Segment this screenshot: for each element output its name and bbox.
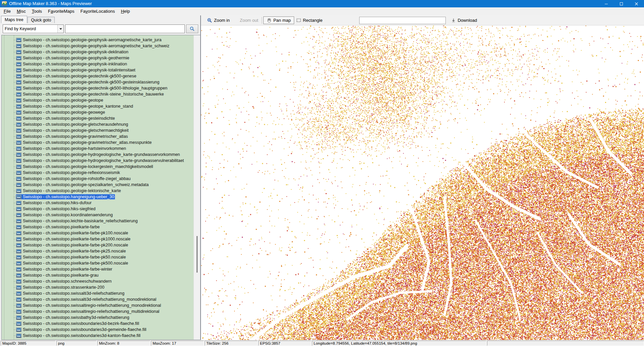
tree-item[interactable]: Swisstopo - ch.swisstopo.geologie-gravim… [2,133,194,139]
tree-item-label: Swisstopo - ch.swisstopo.koordinatenaend… [23,213,113,217]
tree-item[interactable]: Swisstopo - ch.swisstopo.geologie-geophy… [2,37,194,43]
tree-item-label: Swisstopo - ch.swisstopo.geologie-hydrog… [23,158,184,163]
tree-item[interactable]: Swisstopo - ch.swisstopo.geologie-hydrog… [2,158,194,164]
tree-item[interactable]: Swisstopo - ch.swisstopo.schneeschuhwand… [2,278,194,284]
tree-item[interactable]: Swisstopo - ch.swisstopo.hiks-dufour [2,200,194,206]
tree-item-label: Swisstopo - ch.swisstopo.geologie-geotop… [23,104,133,109]
tree-item-label: Swisstopo - ch.swisstopo.pixelkarte-farb… [23,261,128,266]
tree-item[interactable]: Swisstopo - ch.swisstopo.geologie-geophy… [2,49,194,55]
tree-item[interactable]: Swisstopo - ch.swisstopo.geologie-geotec… [2,85,194,91]
map-layer-icon [16,128,21,133]
tree-item[interactable]: Swisstopo - ch.swisstopo.pixelkarte-farb… [2,254,194,260]
tree-item[interactable]: Swisstopo - ch.swisstopo.hangneigung-ueb… [2,194,194,200]
map-layer-icon [16,92,21,97]
tree-item[interactable]: Swisstopo - ch.swisstopo.geologie-locker… [2,164,194,170]
toolbar-input[interactable] [359,17,446,24]
pan-map-button[interactable]: Pan map [263,16,294,24]
tree-item[interactable]: Swisstopo - ch.swisstopo.swissalti3d-rel… [2,290,194,296]
tree-item[interactable]: Swisstopo - ch.swisstopo.pixelkarte-farb… [2,260,194,266]
search-button[interactable] [186,24,198,33]
tree-item[interactable]: Swisstopo - ch.swisstopo.geologie-geophy… [2,55,194,61]
map-panel: Zoom in Zoom out Pan map [200,15,644,340]
tree-scrollbar[interactable] [194,35,200,340]
tree-item[interactable]: Swisstopo - ch.swisstopo.pixelkarte-farb… [2,248,194,254]
zoom-out-button[interactable]: Zoom out [238,17,260,24]
menu-tools[interactable]: Tools [29,8,45,15]
map-layer-icon [16,309,21,314]
menu-favoritelocations[interactable]: FavoriteLocations [77,8,118,15]
tree-item-label: Swisstopo - ch.swisstopo.geologie-tekton… [23,188,121,193]
tree-item-label: Swisstopo - ch.swisstopo.geologie-geophy… [23,44,169,48]
map-toolbar: Zoom in Zoom out Pan map [201,15,644,25]
tree-item-label: Swisstopo - ch.swisstopo.swissboundaries… [23,321,139,326]
tree-item[interactable]: Swisstopo - ch.swisstopo.pixelkarte-farb… [2,266,194,272]
close-button[interactable] [629,0,644,7]
status-panel-4: TileSize: 256 [205,341,258,346]
map-layer-icon [16,86,21,91]
tree-item[interactable]: Swisstopo - ch.swisstopo.swissboundaries… [2,321,194,327]
zoom-in-label: Zoom in [214,18,230,23]
menu-help[interactable]: Help [118,8,133,15]
tree-item[interactable]: Swisstopo - ch.swisstopo.geologie-rohsto… [2,176,194,182]
tree-item[interactable]: Swisstopo - ch.swisstopo.geologie-gletsc… [2,127,194,133]
tree-item[interactable]: Swisstopo - ch.swisstopo.geologie-geophy… [2,61,194,67]
combobox-dropdown-button[interactable] [57,25,63,33]
tab-quick-goto[interactable]: Quick goto [28,17,55,23]
map-layer-icon [16,183,21,187]
zoom-in-button[interactable]: Zoom in [205,17,232,24]
search-mode-combobox[interactable]: Find by Keyword [3,24,64,33]
tree-item[interactable]: Swisstopo - ch.swisstopo.geologie-geophy… [2,43,194,49]
tree-item[interactable]: Swisstopo - ch.swisstopo.geologie-geotec… [2,91,194,97]
tree-item[interactable]: Swisstopo - ch.swisstopo.leichte-basiska… [2,218,194,224]
tree-item[interactable]: Swisstopo - ch.swisstopo.geologie-hartst… [2,146,194,152]
tree-item[interactable]: Swisstopo - ch.swisstopo.geologie-geoweg… [2,109,194,115]
tree-item[interactable]: Swisstopo - ch.swisstopo.pixelkarte-farb… [2,224,194,230]
tree-item[interactable]: Swisstopo - ch.swisstopo.swissaltiregio-… [2,308,194,314]
tree-item-label: Swisstopo - ch.swisstopo.swissaltiregio-… [23,303,161,308]
rectangle-button[interactable]: Rectangle [294,17,325,24]
tree-item[interactable]: Swisstopo - ch.swisstopo.geologie-gestei… [2,115,194,121]
tree-item-label: Swisstopo - ch.swisstopo.geologie-gravim… [23,140,152,145]
tree-item[interactable]: Swisstopo - ch.swisstopo.pixelkarte-farb… [2,242,194,248]
tree-item[interactable]: Swisstopo - ch.swisstopo.pixelkarte-farb… [2,230,194,236]
tree-item[interactable]: Swisstopo - ch.swisstopo.hiks-siegfried [2,206,194,212]
map-layer-icon [16,177,21,181]
tree-item-label: Swisstopo - ch.swisstopo.pixelkarte-farb… [23,249,126,253]
map-canvas[interactable] [201,25,644,340]
menu-file[interactable]: File [1,8,14,15]
tree-item[interactable]: Swisstopo - ch.swisstopo.pixelkarte-grau [2,272,194,278]
tree-item[interactable]: Swisstopo - ch.swisstopo.geologie-hydrog… [2,152,194,158]
tree-item-label: Swisstopo - ch.swisstopo.geologie-geotec… [23,80,159,84]
tree-item[interactable]: Swisstopo - ch.swisstopo.swissboundaries… [2,327,194,333]
tree-item[interactable]: Swisstopo - ch.swisstopo.geologie-tekton… [2,188,194,194]
tree-item[interactable]: Swisstopo - ch.swisstopo.geologie-geotop… [2,97,194,103]
tree-item[interactable]: Swisstopo - ch.swisstopo.swissalti3d-rel… [2,296,194,302]
tree-item[interactable]: Swisstopo - ch.swisstopo.pixelkarte-farb… [2,236,194,242]
tree-item[interactable]: Swisstopo - ch.swisstopo.geologie-reflex… [2,170,194,176]
search-input[interactable] [65,24,185,33]
tree-item[interactable]: Swisstopo - ch.swisstopo.geologie-geotec… [2,79,194,85]
tree-item-label: Swisstopo - ch.swisstopo.geologie-geophy… [23,38,161,42]
search-icon [190,26,195,32]
tree-item[interactable]: Swisstopo - ch.swisstopo.geologie-spezia… [2,182,194,188]
tree-item[interactable]: Swisstopo - ch.swisstopo.swissaltiregio-… [2,302,194,308]
tab-maps-tree[interactable]: Maps tree [1,16,27,23]
menu-misc[interactable]: Misc [14,8,29,15]
tree-item[interactable]: Swisstopo - ch.swisstopo.geologie-geophy… [2,67,194,73]
tree-item[interactable]: Swisstopo - ch.swisstopo.swissboundaries… [2,333,194,339]
tree-item[interactable]: Swisstopo - ch.swisstopo.geologie-geotop… [2,103,194,109]
tree-item[interactable]: Swisstopo - ch.swisstopo.geologie-gletsc… [2,121,194,127]
tree-scrollbar-thumb[interactable] [197,236,198,273]
status-panel-3: MaxZoom: 17 [151,341,204,346]
tree-item-label: Swisstopo - ch.swisstopo.pixelkarte-farb… [23,231,128,235]
maximize-button[interactable] [614,0,629,7]
tree-item[interactable]: Swisstopo - ch.swisstopo.swissbathy3d-re… [2,314,194,321]
menu-favoritemaps[interactable]: FavoriteMaps [45,8,77,15]
tree-item[interactable]: Swisstopo - ch.swisstopo.koordinatenaend… [2,212,194,218]
minimize-button[interactable] [599,0,614,7]
tree-item[interactable]: Swisstopo - ch.swisstopo.strassenkarte-2… [2,284,194,290]
map-layer-icon [16,44,21,48]
download-button[interactable]: Download [449,17,479,24]
tree-item[interactable]: Swisstopo - ch.swisstopo.geologie-geotec… [2,73,194,79]
tree-item[interactable]: Swisstopo - ch.swisstopo.geologie-gravim… [2,139,194,146]
